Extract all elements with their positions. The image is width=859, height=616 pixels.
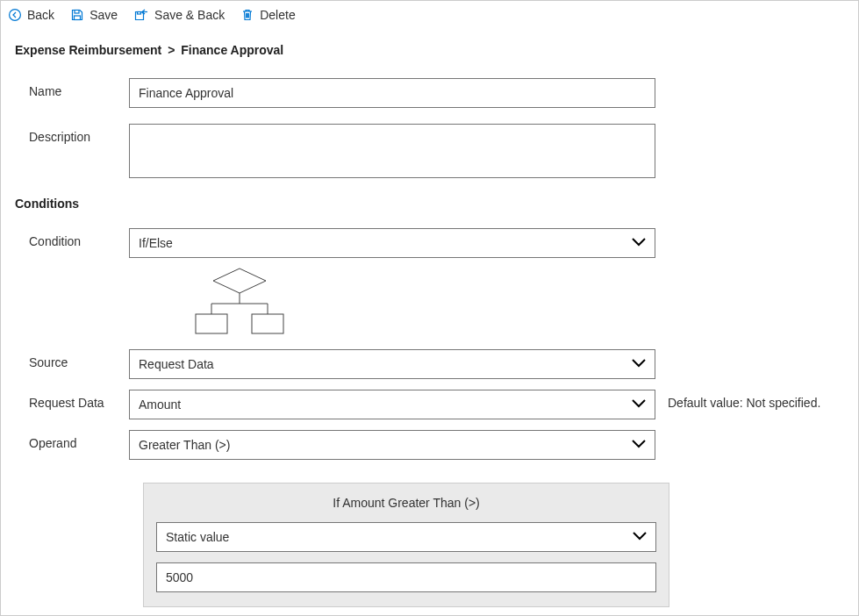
svg-rect-10 (252, 314, 283, 333)
static-value-input[interactable] (156, 562, 656, 592)
breadcrumb: Expense Reimbursement > Finance Approval (15, 43, 844, 57)
delete-button[interactable]: Delete (240, 8, 295, 22)
condition-panel: If Amount Greater Than (>) Static value (143, 483, 669, 607)
save-label: Save (89, 8, 118, 22)
svg-rect-3 (138, 12, 141, 15)
condition-select[interactable]: If/Else (129, 228, 655, 258)
source-value: Request Data (139, 357, 214, 371)
operand-value: Greater Than (>) (139, 438, 230, 452)
svg-rect-9 (196, 314, 227, 333)
name-input[interactable] (129, 78, 655, 108)
panel-title: If Amount Greater Than (>) (156, 496, 656, 510)
toolbar: Back Save Save & Back (1, 1, 858, 27)
operand-label: Operand (15, 430, 129, 450)
request-data-label: Request Data (15, 390, 129, 410)
back-arrow-icon (8, 8, 22, 22)
description-label: Description (15, 124, 129, 144)
back-button[interactable]: Back (8, 8, 54, 22)
save-and-back-button[interactable]: Save & Back (133, 8, 225, 22)
value-type-select[interactable]: Static value (156, 522, 656, 552)
source-label: Source (15, 349, 129, 369)
save-icon (70, 8, 84, 22)
back-label: Back (27, 8, 54, 22)
description-input[interactable] (129, 124, 655, 178)
delete-label: Delete (260, 8, 295, 22)
operand-select[interactable]: Greater Than (>) (129, 430, 655, 460)
condition-diagram (15, 265, 844, 337)
condition-value: If/Else (139, 236, 173, 250)
svg-rect-1 (75, 11, 79, 14)
save-back-label: Save & Back (154, 8, 225, 22)
source-select[interactable]: Request Data (129, 349, 655, 379)
save-back-icon (133, 8, 149, 22)
svg-rect-2 (75, 16, 81, 20)
request-data-select[interactable]: Amount (129, 390, 655, 419)
breadcrumb-current: Finance Approval (181, 43, 283, 57)
value-type-value: Static value (166, 530, 229, 544)
svg-point-0 (10, 10, 21, 21)
svg-marker-4 (213, 269, 266, 293)
trash-icon (240, 8, 254, 22)
name-label: Name (15, 78, 129, 98)
request-data-value: Amount (139, 398, 181, 412)
editor-frame: Back Save Save & Back (0, 0, 859, 616)
conditions-header: Conditions (15, 197, 844, 211)
breadcrumb-separator: > (165, 43, 177, 57)
condition-label: Condition (15, 228, 129, 248)
request-data-hint: Default value: Not specified. (655, 390, 820, 410)
save-button[interactable]: Save (70, 8, 118, 22)
breadcrumb-parent[interactable]: Expense Reimbursement (15, 43, 161, 57)
